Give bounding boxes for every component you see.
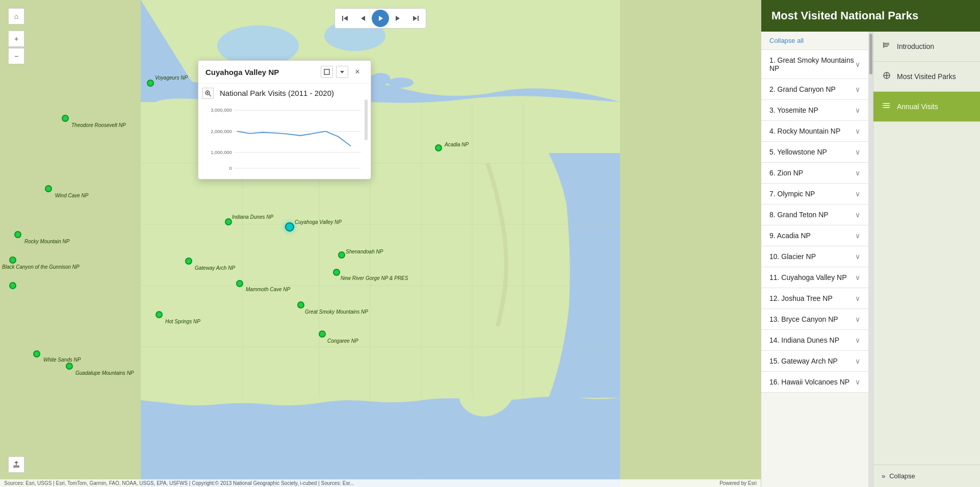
playback-prev-button[interactable] xyxy=(354,10,371,27)
park-list-item[interactable]: 8. Grand Teton NP ∨ xyxy=(761,204,868,225)
park-list-item[interactable]: 4. Rocky Mountain NP ∨ xyxy=(761,121,868,142)
svg-rect-20 xyxy=(342,16,343,21)
home-button[interactable]: ⌂ xyxy=(8,8,24,24)
svg-marker-28 xyxy=(340,71,344,73)
park-marker-rocky-mountain[interactable] xyxy=(14,231,21,238)
playback-next-button[interactable] xyxy=(390,10,406,27)
chart-area: 3,000,000 2,000,000 1,000,000 0 xyxy=(205,102,364,174)
popup-header: Cuyahoga Valley NP × xyxy=(198,61,371,84)
svg-text:1,000,000: 1,000,000 xyxy=(211,150,231,155)
map-area[interactable]: Voyageurs NP Theodore Roosevelt NP Wind … xyxy=(0,0,761,487)
popup: Cuyahoga Valley NP × xyxy=(198,60,371,180)
svg-rect-18 xyxy=(13,466,19,467)
park-item-name: 2. Grand Canyon NP xyxy=(769,85,855,93)
park-item-chevron: ∨ xyxy=(855,85,860,93)
park-marker-shenandoah[interactable] xyxy=(338,251,345,259)
park-list-item[interactable]: 7. Olympic NP ∨ xyxy=(761,184,868,204)
park-item-chevron: ∨ xyxy=(855,106,860,114)
svg-marker-24 xyxy=(396,16,400,21)
park-marker-acadia[interactable] xyxy=(435,144,442,151)
park-item-name: 11. Cuyahoga Valley NP xyxy=(769,273,855,281)
park-list-item[interactable]: 10. Glacier NP ∨ xyxy=(761,246,868,267)
nav-collapse-label: Collapse xyxy=(889,472,915,480)
svg-rect-25 xyxy=(418,16,419,21)
map-controls: ⌂ + − xyxy=(8,8,24,64)
park-marker-great-smoky[interactable] xyxy=(297,301,304,309)
svg-point-2 xyxy=(370,73,391,85)
park-item-name: 14. Indiana Dunes NP xyxy=(769,336,855,344)
park-list-item[interactable]: 12. Joshua Tree NP ∨ xyxy=(761,288,868,309)
park-list-item[interactable]: 6. Zion NP ∨ xyxy=(761,163,868,184)
park-marker-new-river[interactable] xyxy=(333,269,340,276)
park-marker-voyageurs[interactable] xyxy=(147,80,154,87)
playback-first-button[interactable] xyxy=(337,10,353,27)
park-marker-hot-springs[interactable] xyxy=(156,311,163,318)
nav-label-introduction: Introduction xyxy=(897,42,934,50)
park-item-chevron: ∨ xyxy=(855,211,860,219)
list-scrollbar[interactable] xyxy=(869,32,873,487)
park-marker-wind-cave[interactable] xyxy=(45,185,52,192)
export-button[interactable] xyxy=(8,456,24,473)
collapse-all-button[interactable]: Collapse all xyxy=(761,32,868,49)
park-marker-black-canyon[interactable] xyxy=(9,257,16,264)
park-item-chevron: ∨ xyxy=(855,148,860,156)
park-list-item[interactable]: 13. Bryce Canyon NP ∨ xyxy=(761,309,868,330)
park-item-name: 1. Great Smoky Mountains NP xyxy=(769,56,855,72)
park-item-name: 15. Gateway Arch NP xyxy=(769,357,855,365)
park-item-chevron: ∨ xyxy=(855,273,860,281)
park-list-item[interactable]: 1. Great Smoky Mountains NP ∨ xyxy=(761,50,868,79)
playback-last-button[interactable] xyxy=(407,10,424,27)
popup-close-button[interactable]: × xyxy=(351,66,364,78)
park-list-item[interactable]: 15. Gateway Arch NP ∨ xyxy=(761,351,868,372)
park-marker-mammoth-cave[interactable] xyxy=(236,280,243,287)
park-item-chevron: ∨ xyxy=(855,127,860,135)
park-item-name: 8. Grand Teton NP xyxy=(769,211,855,219)
nav-collapse-button[interactable]: » Collapse xyxy=(873,465,980,487)
popup-scroll-indicator xyxy=(365,99,368,140)
popup-expand-button[interactable] xyxy=(321,66,333,78)
park-item-name: 5. Yellowstone NP xyxy=(769,148,855,156)
svg-rect-27 xyxy=(324,69,329,74)
park-list-item[interactable]: 3. Yosemite NP ∨ xyxy=(761,100,868,121)
park-marker-mesa-verde[interactable] xyxy=(9,282,16,289)
park-list-item[interactable]: 2. Grand Canyon NP ∨ xyxy=(761,79,868,100)
park-list-item[interactable]: 9. Acadia NP ∨ xyxy=(761,225,868,246)
nav-item-annual-visits[interactable]: Annual Visits xyxy=(873,92,980,122)
park-marker-congaree[interactable] xyxy=(319,330,326,338)
right-panel: Most Visited National Parks Collapse all… xyxy=(761,0,980,487)
svg-line-30 xyxy=(209,94,211,96)
park-item-name: 16. Hawaii Volcanoes NP xyxy=(769,378,855,386)
list-scrollbar-thumb xyxy=(869,34,872,74)
park-list-item[interactable]: 5. Yellowstone NP ∨ xyxy=(761,142,868,163)
park-marker-indiana-dunes[interactable] xyxy=(225,218,232,225)
park-item-name: 3. Yosemite NP xyxy=(769,106,855,114)
nav-sidebar: Introduction Most Visited Parks Annual V… xyxy=(873,32,980,487)
popup-zoom-button[interactable] xyxy=(202,88,214,99)
svg-text:3,000,000: 3,000,000 xyxy=(211,108,231,113)
park-marker-gateway-arch[interactable] xyxy=(185,258,192,265)
popup-body: National Park Visits (2011 - 2020) 3,000… xyxy=(198,84,371,179)
popup-title: Cuyahoga Valley NP xyxy=(205,68,317,76)
map-attribution: Sources: Esri, USGS | Esri, TomTom, Garm… xyxy=(0,479,761,487)
park-item-name: 4. Rocky Mountain NP xyxy=(769,127,855,135)
svg-marker-23 xyxy=(379,16,383,21)
park-list-item[interactable]: 14. Indiana Dunes NP ∨ xyxy=(761,330,868,351)
park-item-name: 13. Bryce Canyon NP xyxy=(769,315,855,323)
zoom-in-button[interactable]: + xyxy=(8,31,24,47)
attribution-right: Powered by Esri xyxy=(719,480,757,486)
park-item-chevron: ∨ xyxy=(855,252,860,261)
park-list-item[interactable]: 16. Hawaii Volcanoes NP ∨ xyxy=(761,372,868,393)
park-marker-guadalupe[interactable] xyxy=(66,363,73,370)
zoom-out-button[interactable]: − xyxy=(8,48,24,64)
popup-dropdown-button[interactable] xyxy=(336,66,348,78)
playback-play-button[interactable] xyxy=(372,10,389,27)
park-marker-white-sands[interactable] xyxy=(33,350,40,357)
nav-item-most-visited-parks[interactable]: Most Visited Parks xyxy=(873,62,980,92)
nav-item-introduction[interactable]: Introduction xyxy=(873,32,980,62)
svg-text:0: 0 xyxy=(229,166,231,171)
park-marker-theodore-roosevelt[interactable] xyxy=(62,115,69,122)
park-list-item[interactable]: 11. Cuyahoga Valley NP ∨ xyxy=(761,267,868,288)
park-marker-cuyahoga[interactable] xyxy=(285,222,294,232)
park-item-chevron: ∨ xyxy=(855,294,860,302)
nav-icon-most-visited-parks xyxy=(882,71,892,82)
